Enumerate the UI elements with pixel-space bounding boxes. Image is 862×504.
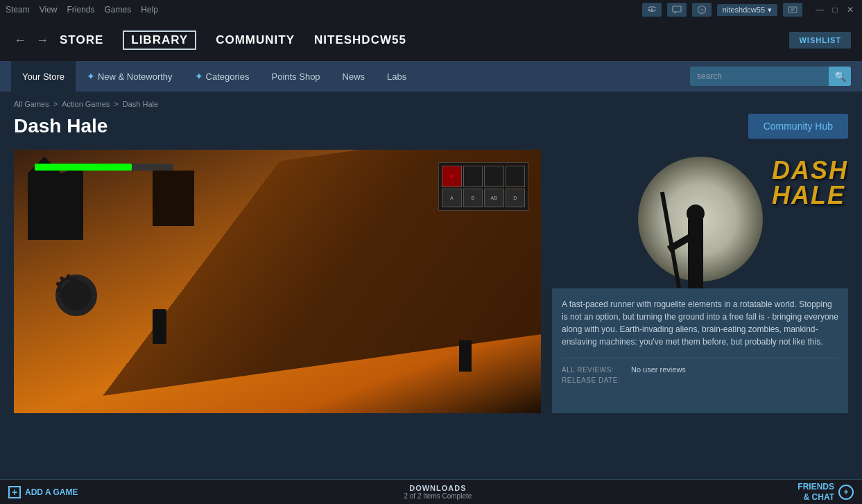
store-nav-your-store[interactable]: Your Store [11,61,76,92]
svg-rect-5 [788,7,797,12]
warrior-head [687,205,705,223]
broadcast-icon[interactable] [642,3,662,17]
minimize-button[interactable]: — [813,3,826,16]
hud-slot-4 [506,166,526,187]
reviews-label: ALL REVIEWS: [562,366,624,374]
svg-rect-1 [651,8,653,11]
svg-text:?: ? [700,8,704,14]
store-nav-new-noteworthy[interactable]: ✦ New & Noteworthy [76,61,184,92]
titlebar: Steam View Friends Games Help ? niteshdc… [0,0,862,19]
wishlist-button[interactable]: WISHLIST [789,32,851,49]
nav-library[interactable]: LIBRARY [123,31,196,50]
chat-circle-icon: + [838,485,854,500]
page-title-row: Dash Hale Community Hub [14,114,848,139]
news-label: News [343,71,365,82]
all-reviews-row: ALL REVIEWS: No user reviews [562,365,838,374]
search-box: 🔍 [690,67,851,86]
breadcrumb-sep2: > [114,100,118,108]
bottom-bar: + ADD A GAME DOWNLOADS 2 of 2 Items Comp… [0,479,862,504]
menu-friends[interactable]: Friends [67,5,94,15]
game-title-line2: HALE [772,182,848,209]
game-screenshot[interactable]: ♥ A B AB D [14,150,541,413]
description-panel: A fast-paced runner with roguelite eleme… [552,288,848,413]
search-input[interactable] [690,71,829,81]
reviews-value: No user reviews [631,365,686,374]
search-button[interactable]: 🔍 [829,67,851,86]
dropdown-arrow: ▾ [768,6,772,15]
navbar: ← → STORE LIBRARY COMMUNITY NITESHDCW55 … [0,19,862,61]
main-content-area: ♥ A B AB D [14,150,848,413]
downloads-status: 2 of 2 Items Complete [404,492,472,500]
your-store-label: Your Store [22,71,64,82]
new-noteworthy-label: New & Noteworthy [98,71,173,82]
reviews-section: ALL REVIEWS: No user reviews RELEASE DAT… [562,358,838,384]
plus-box-icon: + [8,486,21,498]
labs-label: Labs [387,71,406,82]
forward-button[interactable]: → [33,31,51,51]
breadcrumb-current: Dash Hale [123,100,158,108]
points-shop-label: Points Shop [271,71,320,82]
add-game-button[interactable]: + ADD A GAME [8,486,78,498]
release-date-row: RELEASE DATE: [562,376,838,384]
svg-rect-2 [673,6,681,12]
community-hub-button[interactable]: Community Hub [748,114,848,139]
store-nav-news[interactable]: News [331,61,377,92]
question-icon[interactable]: ? [692,3,712,17]
window-controls: — □ ✕ [813,3,856,16]
hud-slot-2 [463,166,483,187]
right-panel: DASH HALE A fast-paced runner with rogue… [552,150,848,413]
health-bar-fill [35,164,132,171]
game-title-line1: DASH [772,156,848,184]
back-button[interactable]: ← [11,31,29,51]
nav-store[interactable]: STORE [60,31,103,50]
warrior-silhouette [667,177,723,288]
hud-slot-8: D [506,189,526,207]
friends-chat-button[interactable]: FRIENDS& CHAT + [798,482,854,502]
add-game-label: ADD A GAME [25,487,78,497]
notifications-icon[interactable] [783,3,802,17]
game-title-logo: DASH HALE [772,157,848,209]
breadcrumb: All Games > Action Games > Dash Hale [14,100,848,108]
hud-slot-7: AB [484,189,504,207]
friends-chat-label: FRIENDS& CHAT [798,482,834,502]
breadcrumb-action-games[interactable]: Action Games [62,100,110,108]
close-button[interactable]: ✕ [844,3,856,16]
game-description: A fast-paced runner with roguelite eleme… [562,298,838,348]
menu-view[interactable]: View [40,5,58,15]
plus-icon-new: ✦ [87,71,95,82]
hud-box: ♥ A B AB D [438,162,528,211]
nav-arrows: ← → [11,31,51,51]
breadcrumb-all-games[interactable]: All Games [14,100,49,108]
maximize-button[interactable]: □ [829,3,841,16]
message-icon[interactable] [667,3,687,17]
release-label: RELEASE DATE: [562,376,624,384]
menu-steam[interactable]: Steam [6,5,30,15]
store-nav-points-shop[interactable]: Points Shop [260,61,331,92]
username-label: niteshdcw55 [723,6,765,14]
nav-community[interactable]: COMMUNITY [216,31,295,50]
menu-games[interactable]: Games [105,5,132,15]
player-character [153,309,166,344]
downloads-info[interactable]: DOWNLOADS 2 of 2 Items Complete [404,484,472,500]
hud-heart: ♥ [449,173,454,180]
breadcrumb-sep1: > [53,100,58,108]
user-dropdown[interactable]: niteshdcw55 ▾ [717,4,777,16]
nav-username[interactable]: NITESHDCW55 [314,31,406,50]
health-bar [35,164,173,171]
categories-label: Categories [206,71,250,82]
store-navbar: Your Store ✦ New & Noteworthy ✦ Categori… [0,61,862,92]
store-nav-categories[interactable]: ✦ Categories [184,61,261,92]
hud-slot-3 [484,166,504,187]
main-content: All Games > Action Games > Dash Hale Das… [0,92,862,422]
titlebar-right: ? niteshdcw55 ▾ — □ ✕ [642,3,856,17]
gear-enemy [55,275,97,316]
screenshot-background: ♥ A B AB D [14,150,541,413]
store-nav-labs[interactable]: Labs [376,61,417,92]
plus-icon-categories: ✦ [195,71,203,82]
game-logo-area: DASH HALE [552,150,848,288]
hud-slot-1: ♥ [442,166,462,187]
menu-help[interactable]: Help [141,5,158,15]
player-character-2 [459,340,472,372]
nav-items: STORE LIBRARY COMMUNITY NITESHDCW55 [60,31,789,50]
hud-slot-6: B [463,189,483,207]
